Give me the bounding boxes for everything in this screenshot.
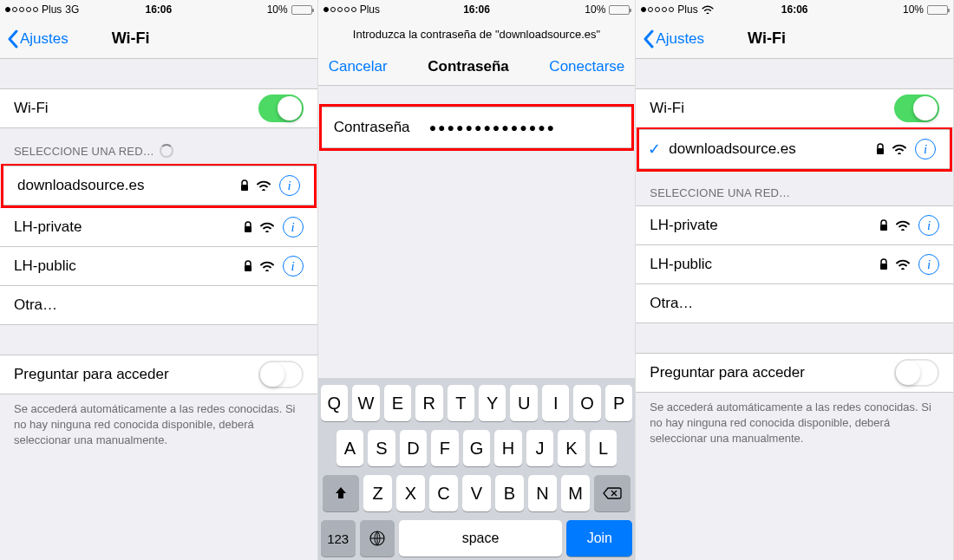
battery-icon [927, 5, 948, 15]
status-time: 16:06 [781, 3, 808, 16]
lock-icon [243, 260, 253, 272]
status-bar: Plus 3G 16:06 10% [0, 0, 317, 19]
key-e[interactable]: E [384, 385, 411, 421]
key-c[interactable]: C [429, 475, 458, 511]
connect-button[interactable]: Conectarse [549, 58, 624, 75]
key-v[interactable]: V [462, 475, 491, 511]
content: Wi-Fi SELECCIONE UNA RED… downloadsource… [0, 59, 317, 560]
battery-percent: 10% [585, 3, 605, 16]
page-title: Wi-Fi [748, 29, 786, 48]
back-button[interactable]: Ajustes [643, 29, 704, 49]
key-x[interactable]: X [396, 475, 425, 511]
space-key[interactable]: space [399, 520, 563, 557]
key-h[interactable]: H [494, 430, 522, 466]
battery-percent: 10% [903, 3, 924, 16]
key-s[interactable]: S [368, 430, 395, 466]
key-i[interactable]: I [542, 385, 569, 421]
svg-rect-2 [245, 265, 252, 271]
password-prompt-text: Introduzca la contraseña de "downloadsou… [318, 19, 636, 48]
key-r[interactable]: R [415, 385, 442, 421]
other-network-row[interactable]: Otra… [0, 285, 317, 325]
wifi-status-icon [702, 5, 714, 14]
checkmark-icon: ✓ [648, 140, 669, 159]
password-field-label: Contraseña [334, 119, 429, 136]
battery-percent: 10% [267, 3, 288, 16]
key-q[interactable]: Q [321, 385, 348, 421]
network-row[interactable]: LH-public i [0, 246, 317, 286]
lock-icon [879, 219, 889, 231]
key-l[interactable]: L [590, 430, 617, 466]
status-bar: Plus 16:06 10% [318, 0, 636, 19]
network-row[interactable]: LH-private i [636, 205, 953, 245]
shift-key[interactable] [323, 475, 359, 511]
svg-rect-6 [880, 264, 887, 270]
join-key[interactable]: Join [566, 520, 632, 557]
lock-icon [239, 179, 250, 192]
info-icon[interactable]: i [279, 175, 300, 196]
ask-toggle[interactable] [258, 361, 304, 388]
password-field-row[interactable]: Contraseña ●●●●●●●●●●●●●● [322, 107, 632, 148]
nav-header: Ajustes Wi-Fi [636, 19, 953, 59]
key-m[interactable]: M [561, 475, 590, 511]
footer-help-text: Se accederá automáticamente a las redes … [636, 393, 953, 454]
network-name: downloadsource.es [17, 177, 239, 194]
network-name: LH-public [14, 257, 243, 275]
backspace-key[interactable] [594, 475, 631, 511]
key-a[interactable]: A [337, 430, 364, 466]
loading-spinner-icon [160, 144, 173, 158]
info-icon[interactable]: i [915, 139, 936, 160]
key-b[interactable]: B [495, 475, 524, 511]
carrier-label: Plus [360, 3, 380, 16]
ask-to-join-row: Preguntar para acceder [636, 353, 953, 393]
signal-dots-icon [323, 7, 356, 12]
highlight-annotation: Contraseña ●●●●●●●●●●●●●● [319, 104, 635, 151]
info-icon[interactable]: i [918, 254, 939, 275]
wifi-signal-icon [260, 222, 274, 232]
info-icon[interactable]: i [283, 217, 304, 238]
other-label: Otra… [14, 296, 304, 314]
section-header-networks: SELECCIONE UNA RED… [0, 128, 317, 165]
wifi-signal-icon [257, 180, 271, 191]
network-row[interactable]: LH-public i [636, 244, 953, 284]
page-title: Wi-Fi [112, 29, 150, 48]
key-k[interactable]: K [558, 430, 585, 466]
wifi-label: Wi-Fi [14, 100, 258, 117]
key-o[interactable]: O [573, 385, 600, 421]
cancel-button[interactable]: Cancelar [329, 58, 388, 75]
ask-to-join-row: Preguntar para acceder [0, 355, 317, 394]
info-icon[interactable]: i [918, 215, 939, 236]
status-time: 16:06 [463, 3, 490, 16]
svg-rect-0 [241, 185, 248, 191]
globe-key[interactable] [360, 520, 395, 557]
wifi-signal-icon [260, 261, 274, 271]
back-label: Ajustes [20, 30, 69, 48]
ask-toggle[interactable] [894, 359, 939, 387]
wifi-toggle[interactable] [258, 94, 304, 122]
key-t[interactable]: T [448, 385, 474, 421]
wifi-toggle[interactable] [894, 94, 939, 122]
chevron-left-icon [643, 29, 654, 49]
connected-network-row[interactable]: ✓ downloadsource.es i [639, 129, 950, 169]
network-type: 3G [65, 3, 79, 16]
network-row[interactable]: LH-private i [0, 207, 317, 247]
key-g[interactable]: G [463, 430, 491, 466]
key-n[interactable]: N [528, 475, 557, 511]
numbers-key[interactable]: 123 [321, 520, 356, 557]
key-p[interactable]: P [605, 385, 632, 421]
key-j[interactable]: J [526, 430, 554, 466]
key-z[interactable]: Z [363, 475, 392, 511]
wifi-toggle-row: Wi-Fi [636, 88, 953, 128]
wifi-settings-screen: Plus 3G 16:06 10% Ajustes Wi-Fi Wi-Fi SE… [0, 0, 318, 560]
shift-icon [333, 485, 349, 501]
key-d[interactable]: D [400, 430, 428, 466]
back-button[interactable]: Ajustes [7, 29, 69, 49]
other-label: Otra… [650, 295, 939, 312]
other-network-row[interactable]: Otra… [636, 283, 953, 323]
password-input[interactable]: ●●●●●●●●●●●●●● [429, 120, 556, 134]
network-row[interactable]: downloadsource.es i [3, 166, 314, 205]
key-w[interactable]: W [352, 385, 379, 421]
info-icon[interactable]: i [283, 256, 304, 277]
key-f[interactable]: F [431, 430, 459, 466]
key-u[interactable]: U [510, 385, 537, 421]
key-y[interactable]: Y [479, 385, 506, 421]
